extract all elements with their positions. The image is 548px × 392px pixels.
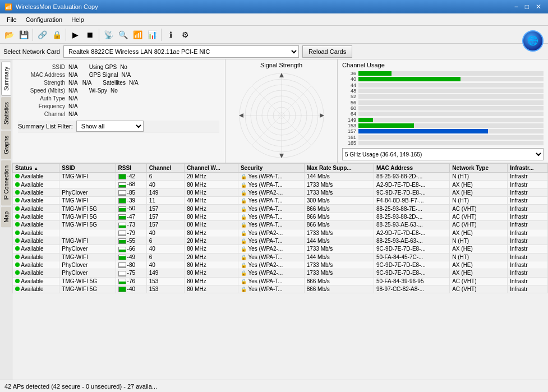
table-row[interactable]: Available-684080 MHz🔒 Yes (WPA-T...1733 … <box>13 181 548 188</box>
channel-bar-bg <box>358 71 544 76</box>
cell-max-rate: 866 Mb/s <box>304 285 374 293</box>
channel-filter-select[interactable]: 5 GHz Usage (36-64, 149-165)2.4 GHz Usag… <box>342 148 544 160</box>
cell-network-type: AC (VHT) <box>450 221 508 229</box>
table-wrapper[interactable]: Status ▲ SSID RSSI Channel Channel W... … <box>12 163 548 380</box>
toolbar-chart-btn[interactable]: 📊 <box>145 28 159 41</box>
table-row[interactable]: AvailableTMG-WIFI 5G-4715780 MHz🔒 Yes (W… <box>13 213 548 220</box>
cell-status: Available <box>13 213 59 220</box>
th-ssid[interactable]: SSID <box>59 164 116 173</box>
cell-status: Available <box>13 197 59 205</box>
status-dot <box>15 230 20 235</box>
speed-label: Speed (Mbits) <box>18 87 68 94</box>
toolbar-antenna-btn[interactable]: 📡 <box>102 28 115 41</box>
card-select-dropdown[interactable]: Realtek 8822CE Wireless LAN 802.11ac PCI… <box>63 45 299 58</box>
table-row[interactable]: AvailableTMG-WIFI 5G-5015780 MHz🔒 Yes (W… <box>13 205 548 213</box>
channel-bar-bg <box>358 118 544 122</box>
lock-icon: 🔒 <box>241 230 247 236</box>
toolbar-play-btn[interactable]: ▶ <box>68 28 82 41</box>
table-row[interactable]: AvailableTMG-WIFI 5G-7315780 MHz🔒 Yes (W… <box>13 221 548 229</box>
toolbar-link-btn[interactable]: 🔗 <box>35 28 49 41</box>
menu-help[interactable]: Help <box>67 15 89 24</box>
cell-max-rate: 866 Mb/s <box>304 205 374 213</box>
toolbar-sep-3 <box>99 29 99 41</box>
cell-status: Available <box>13 253 59 261</box>
th-mac[interactable]: MAC Address <box>374 164 449 173</box>
cell-network-type: N (HT) <box>450 197 508 205</box>
table-row[interactable]: AvailablePhyClover-7514980 MHz🔒 Yes (WPA… <box>13 269 548 277</box>
sidebar-tab-graphs[interactable]: Graphs <box>1 131 11 159</box>
maximize-button[interactable]: □ <box>523 3 531 11</box>
reload-cards-button[interactable]: Reload Cards <box>302 45 352 58</box>
toolbar-signal-btn[interactable]: 📶 <box>131 28 144 41</box>
cell-mac: A2-9D-7E-7D-E8-... <box>374 181 449 188</box>
toolbar-search-btn[interactable]: 🔍 <box>116 28 130 41</box>
th-rssi[interactable]: RSSI <box>116 164 146 173</box>
sidebar-tab-ipconnection[interactable]: IP Connection <box>1 160 11 206</box>
cell-channel-width: 80 MHz <box>185 245 238 253</box>
close-button[interactable]: ✕ <box>533 3 544 11</box>
rssi-indicator <box>118 182 126 188</box>
channel-row: 48 <box>342 88 544 94</box>
cell-infrastructure: Infrastr <box>508 261 548 269</box>
th-net-type[interactable]: Network Type <box>450 164 508 173</box>
th-channel[interactable]: Channel <box>146 164 185 173</box>
cell-channel-width: 80 MHz <box>185 181 238 188</box>
th-security[interactable]: Security <box>238 164 304 173</box>
th-infra[interactable]: Infrastr... <box>508 164 548 173</box>
cell-rssi: -73 <box>116 221 146 229</box>
channel-row: 44 <box>342 82 544 88</box>
th-max-rate[interactable]: Max Rate Supp... <box>304 164 374 173</box>
menu-file[interactable]: File <box>2 15 21 24</box>
toolbar-settings-btn[interactable]: ⚙ <box>178 28 192 41</box>
cell-security: 🔒 Yes (WPA-T... <box>238 253 304 261</box>
cell-max-rate: 1733 Mb/s <box>304 245 374 253</box>
cell-network-type: N (HT) <box>450 237 508 245</box>
th-channel-w[interactable]: Channel W... <box>185 164 238 173</box>
table-row[interactable]: AvailablePhyClover-804080 MHz🔒 Yes (WPA2… <box>13 261 548 269</box>
th-status[interactable]: Status ▲ <box>13 164 59 173</box>
table-row[interactable]: AvailableTMG-WIFI-49620 MHz🔒 Yes (WPA-T.… <box>13 253 548 261</box>
channel-bar-bg <box>358 83 544 87</box>
cell-rssi: -55 <box>116 237 146 245</box>
toolbar-open-btn[interactable]: 📂 <box>2 28 16 41</box>
menu-configuration[interactable]: Configuration <box>21 15 67 24</box>
status-dot <box>15 270 20 275</box>
sidebar-tabs: Summary Statistics Graphs IP Connection … <box>0 59 12 380</box>
table-row[interactable]: AvailablePhyClover-664080 MHz🔒 Yes (WPA2… <box>13 245 548 253</box>
card-select-label: Select Network Card <box>3 48 60 55</box>
channel-bar-bg <box>358 89 544 93</box>
toolbar-save-btn[interactable]: 💾 <box>17 28 30 41</box>
cell-ssid: TMG-WIFI 5G <box>59 277 116 285</box>
cell-status: Available <box>13 221 59 229</box>
toolbar-stop-btn[interactable]: ⏹ <box>83 28 96 41</box>
rssi-indicator <box>118 262 126 268</box>
sidebar-tab-statistics[interactable]: Statistics <box>1 97 11 130</box>
table-row[interactable]: AvailableTMG-WIFI 5G-7615380 MHz🔒 Yes (W… <box>13 277 548 285</box>
channel-row: 149 <box>342 117 544 123</box>
cell-ssid: TMG-WIFI <box>59 253 116 261</box>
sidebar-tab-map[interactable]: Map <box>1 206 11 227</box>
minimize-button[interactable]: − <box>512 3 521 11</box>
table-row[interactable]: Available-794080 MHz🔒 Yes (WPA2-...1733 … <box>13 229 548 237</box>
cell-ssid: PhyClover <box>59 245 116 253</box>
cell-infrastructure: Infrastr <box>508 188 548 196</box>
cell-security: 🔒 Yes (WPA2-... <box>238 229 304 237</box>
table-row[interactable]: AvailableTMG-WIFI-42620 MHz🔒 Yes (WPA-T.… <box>13 173 548 181</box>
table-row[interactable]: AvailableTMG-WIFI-55620 MHz🔒 Yes (WPA-T.… <box>13 237 548 245</box>
cell-channel: 153 <box>146 277 185 285</box>
channel-row: 40 <box>342 76 544 82</box>
lock-icon: 🔒 <box>241 262 247 268</box>
table-row[interactable]: AvailablePhyClover-8514980 MHz🔒 Yes (WPA… <box>13 188 548 196</box>
cell-channel: 157 <box>146 213 185 220</box>
cell-max-rate: 866 Mb/s <box>304 277 374 285</box>
toolbar-info-btn[interactable]: ℹ <box>164 28 177 41</box>
table-row[interactable]: AvailableTMG-WIFI 5G-4015380 MHz🔒 Yes (W… <box>13 285 548 293</box>
toolbar-lock-btn[interactable]: 🔒 <box>50 28 63 41</box>
cell-rssi: -68 <box>116 181 146 188</box>
cell-max-rate: 1733 Mb/s <box>304 261 374 269</box>
cell-infrastructure: Infrastr <box>508 253 548 261</box>
sidebar-tab-summary[interactable]: Summary <box>1 62 11 96</box>
table-row[interactable]: AvailableTMG-WIFI-391140 MHz🔒 Yes (WPA-T… <box>13 197 548 205</box>
filter-select[interactable]: Show all <box>76 121 144 132</box>
cell-mac: 88-25-93-88-7E-... <box>374 205 449 213</box>
